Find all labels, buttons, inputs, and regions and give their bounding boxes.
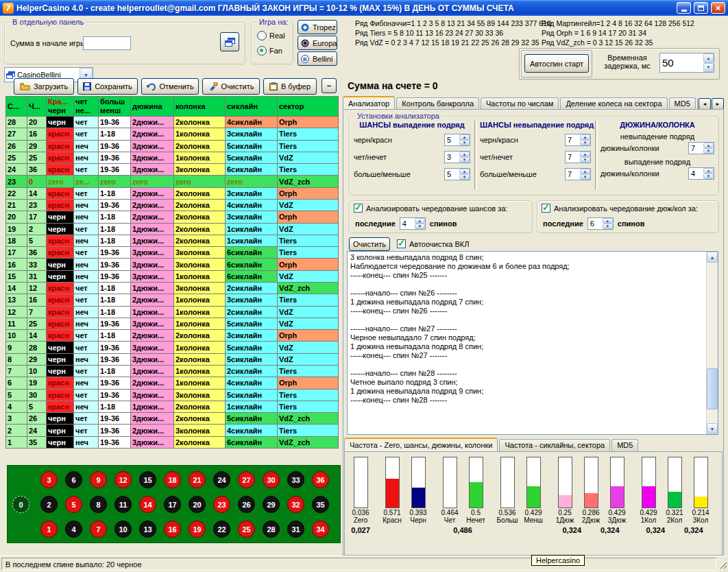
roulette-number-6[interactable]: 6 (65, 471, 82, 488)
roulette-number-20[interactable]: 20 (189, 496, 206, 513)
tab-2[interactable]: Контроль банкролла (396, 97, 479, 110)
spin-down-icon[interactable]: ▼ (415, 224, 425, 229)
roulette-number-14[interactable]: 14 (139, 496, 156, 513)
setting-spinner[interactable]: 7▲▼ (688, 142, 714, 154)
alt-chance-checkbox[interactable]: Анализировать чередование шансов за: (354, 204, 507, 213)
table-row[interactable]: 127красннеч1-181дюжи...1колонка2сиклайнV… (5, 307, 340, 318)
freq-tab-1[interactable]: Частота - Zero, шансы, дюжины, колонки (344, 438, 498, 451)
table-row[interactable]: 1412краснчет1-181дюжи...3колонка2сиклайн… (5, 283, 340, 294)
roulette-number-23[interactable]: 23 (213, 496, 230, 513)
roulette-number-9[interactable]: 9 (90, 471, 107, 488)
copy-buffer-button[interactable]: В буфер (263, 78, 317, 95)
roulette-number-27[interactable]: 27 (238, 471, 255, 488)
roulette-number-36[interactable]: 36 (312, 471, 329, 488)
tab-scroll-left-icon[interactable]: ◄ (699, 98, 711, 110)
roulette-number-12[interactable]: 12 (114, 471, 132, 488)
roulette-number-15[interactable]: 15 (139, 471, 156, 488)
roulette-number-7[interactable]: 7 (90, 521, 107, 538)
roulette-number-13[interactable]: 13 (139, 521, 156, 538)
roulette-number-22[interactable]: 22 (213, 521, 230, 538)
spin-up-icon[interactable]: ▲ (580, 169, 590, 174)
table-row[interactable]: 530краснчет19-363дюжи...3колонка5сиклайн… (5, 390, 340, 401)
setting-spinner[interactable]: 7▲▼ (565, 134, 591, 146)
table-row[interactable]: 192чернчет1-181дюжи...2колонка1сиклайнVd… (5, 224, 340, 235)
freq-tab-2[interactable]: Частота - сиклайны, сектора (499, 439, 610, 451)
table-row[interactable]: 230zeroze...zerozerozerozeroVdZ_zch (5, 176, 340, 187)
start-sum-input[interactable] (83, 36, 131, 50)
tab-1[interactable]: Анализатор (343, 96, 395, 110)
spin-up-icon[interactable]: ▲ (580, 152, 590, 157)
autospin-start-button[interactable]: Автоспин старт (524, 54, 589, 73)
roulette-number-1[interactable]: 1 (40, 521, 58, 538)
table-row[interactable]: 1014краснчет1-182дюжи...2колонка3сиклайн… (5, 330, 340, 342)
table-row[interactable]: 1531черннеч19-363дюжи...1колонка6сиклайн… (5, 271, 340, 283)
freq-tab-3[interactable]: MD5 (611, 439, 638, 451)
table-row[interactable]: 326чернчет19-363дюжи...2колонка5сиклайнV… (5, 413, 340, 425)
tab-5[interactable]: MD5 (669, 97, 696, 110)
table-row[interactable]: 2820чернчет19-362дюжи...2колонка4сиклайн… (5, 117, 340, 128)
table-row[interactable]: 2214краснчет1-182дюжи...2колонка3сиклайн… (5, 188, 340, 200)
table-row[interactable]: 1125красннеч19-363дюжи...1колонка5сиклай… (5, 318, 340, 330)
table-row[interactable]: 45красннеч1-181дюжи...2колонка1сиклайнTi… (5, 401, 340, 413)
spin-down-icon[interactable]: ▼ (603, 224, 613, 229)
roulette-number-5[interactable]: 5 (65, 496, 82, 513)
delay-spin-up-icon[interactable]: ▲ (703, 53, 714, 63)
table-row[interactable]: 2436краснчет19-363дюжи...3колонка6сиклай… (5, 164, 340, 176)
spin-down-icon[interactable]: ▼ (703, 148, 714, 154)
undo-button[interactable]: Отменить (141, 78, 199, 95)
roulette-number-3[interactable]: 3 (40, 471, 58, 488)
radio-real[interactable]: Real (257, 31, 285, 40)
spin-up-icon[interactable]: ▲ (415, 218, 425, 224)
minimize-button[interactable] (677, 2, 691, 14)
casino-europa-button[interactable]: Europa (298, 36, 337, 50)
close-button[interactable]: × (711, 2, 725, 14)
roulette-number-32[interactable]: 32 (287, 496, 304, 513)
spin-up-icon[interactable]: ▲ (703, 143, 714, 148)
roulette-number-18[interactable]: 18 (164, 471, 181, 488)
roulette-number-33[interactable]: 33 (287, 471, 304, 488)
table-row[interactable]: 928чернчет19-363дюжи...1колонка5сиклайнV… (5, 342, 340, 353)
roulette-number-34[interactable]: 34 (312, 521, 329, 538)
table-row[interactable]: 829черннеч19-363дюжи...2колонка5сиклайнV… (5, 354, 340, 366)
roulette-number-31[interactable]: 31 (287, 521, 304, 538)
table-row[interactable]: 2525красннеч19-363дюжи...1колонка5сиклай… (5, 152, 340, 164)
roulette-number-8[interactable]: 8 (90, 496, 107, 513)
alt-chance-spinner[interactable]: 4 ▲▼ (400, 217, 426, 230)
spin-down-icon[interactable]: ▼ (459, 174, 470, 180)
restore-button[interactable] (694, 2, 708, 14)
spin-up-icon[interactable]: ▲ (603, 218, 613, 224)
load-button[interactable]: Загрузить (14, 78, 74, 95)
table-row[interactable]: 2629красннеч19-363дюжи...2колонка5сиклай… (5, 141, 340, 152)
roulette-number-24[interactable]: 24 (213, 471, 230, 488)
tab-scroll-right-icon[interactable]: ► (712, 98, 724, 110)
roulette-number-10[interactable]: 10 (114, 521, 132, 538)
casino-tropez-button[interactable]: Tropez (298, 20, 337, 34)
roulette-number-2[interactable]: 2 (40, 496, 58, 513)
table-row[interactable]: 710чернчет1-181дюжи...1колонка2сиклайнTi… (5, 366, 340, 377)
spin-down-icon[interactable]: ▼ (580, 140, 590, 145)
roulette-number-35[interactable]: 35 (312, 496, 329, 513)
spin-up-icon[interactable]: ▲ (459, 169, 470, 174)
roulette-number-16[interactable]: 16 (164, 521, 181, 538)
spin-up-icon[interactable]: ▲ (459, 152, 470, 157)
setting-spinner[interactable]: 7▲▼ (565, 151, 591, 163)
spin-down-icon[interactable]: ▼ (580, 174, 590, 180)
radio-fan[interactable]: Fan (257, 46, 282, 56)
roulette-number-19[interactable]: 19 (189, 521, 206, 538)
alt-dozen-spinner[interactable]: 6 ▲▼ (587, 217, 614, 230)
table-row[interactable]: 1316краснчет1-182дюжи...1колонка3сиклайн… (5, 294, 340, 306)
spin-up-icon[interactable]: ▲ (459, 134, 470, 140)
table-row[interactable]: 1736краснчет19-363дюжи...3колонка6сиклай… (5, 247, 340, 259)
spin-down-icon[interactable]: ▼ (703, 174, 714, 179)
setting-spinner[interactable]: 3▲▼ (444, 151, 470, 163)
table-row[interactable]: 224чернчет19-362дюжи...3колонка4сиклайнT… (5, 425, 340, 436)
roulette-number-4[interactable]: 4 (65, 521, 82, 538)
clear-log-button[interactable]: Очистить (349, 237, 390, 251)
clear-table-button[interactable]: Очистить (202, 78, 260, 95)
log-scrollbar[interactable]: ▲ ▼ (706, 252, 718, 434)
setting-spinner[interactable]: 5▲▼ (444, 168, 470, 180)
setting-spinner[interactable]: 5▲▼ (444, 134, 470, 146)
table-row[interactable]: 185красннеч1-181дюжи...2колонка1сиклайнT… (5, 235, 340, 247)
scroll-down-icon[interactable]: ▼ (707, 423, 718, 434)
collapse-button[interactable]: − (321, 78, 337, 93)
